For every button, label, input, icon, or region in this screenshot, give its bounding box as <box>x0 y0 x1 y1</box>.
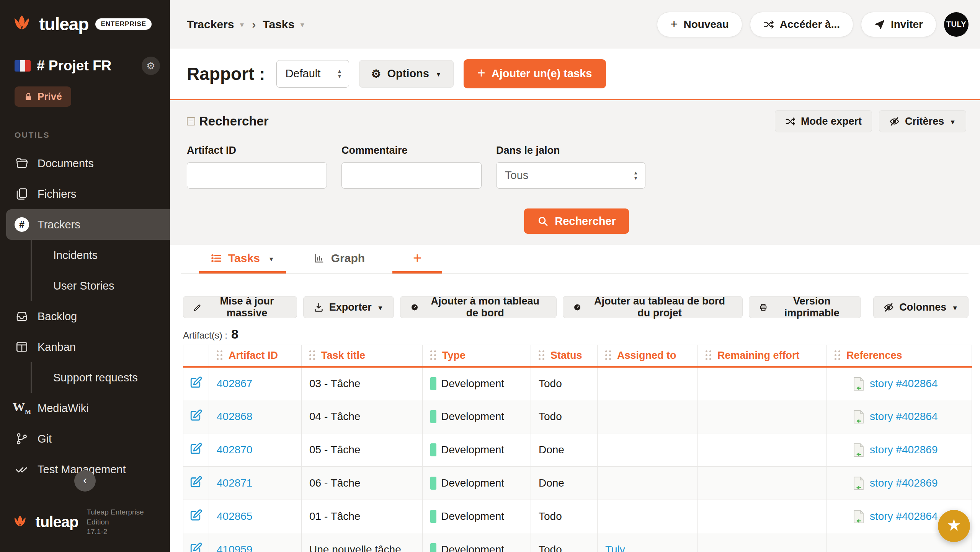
go-to-button[interactable]: Accéder à... <box>750 12 853 37</box>
export-button[interactable]: Exporter ▼ <box>303 296 394 318</box>
edit-artifact-icon[interactable] <box>189 409 203 422</box>
project-name[interactable]: # Projet FR <box>37 58 136 74</box>
column-header-remaining-effort[interactable]: Remaining effort <box>698 345 827 367</box>
artifact-id-link[interactable]: 402865 <box>217 510 252 522</box>
drag-handle-icon[interactable] <box>430 350 437 361</box>
add-task-button[interactable]: + Ajouter un(e) tasks <box>464 59 606 88</box>
gear-icon: ⚙ <box>146 60 155 72</box>
tab-tasks[interactable]: Tasks ▼ <box>199 245 286 274</box>
enterprise-badge: ENTERPRISE <box>95 18 152 30</box>
report-header: Rapport : Default ▲▼ ⚙ Options ▼ + Ajout… <box>170 49 980 100</box>
drag-handle-icon[interactable] <box>539 350 545 361</box>
column-header-task-title[interactable]: Task title <box>302 345 423 367</box>
feedback-star-button[interactable]: ★ <box>938 510 970 542</box>
sidebar: tuleap ENTERPRISE # Projet FR ⚙ Privé OU… <box>0 0 170 552</box>
table-header-row: Artifact ID Task title Type Status Assig… <box>183 345 972 367</box>
drag-handle-icon[interactable] <box>217 350 223 361</box>
report-options-button[interactable]: ⚙ Options ▼ <box>359 60 453 88</box>
reference: story #402869 <box>835 443 972 457</box>
milestone-select[interactable]: Tous ▲▼ <box>496 162 645 189</box>
topbar-actions: + Nouveau Accéder à... Inviter TULY <box>657 12 969 37</box>
reference: story #402864 <box>835 377 972 391</box>
story-reference-link[interactable]: story #402864 <box>870 510 938 523</box>
type-label: Development <box>441 444 504 456</box>
project-settings-button[interactable]: ⚙ <box>142 57 160 75</box>
add-to-project-dashboard-button[interactable]: Ajouter au tableau de bord du projet <box>563 296 743 318</box>
column-header-references[interactable]: References <box>827 345 972 367</box>
sidebar-item-label: Trackers <box>38 218 80 231</box>
gear-icon: ⚙ <box>371 67 381 80</box>
story-reference-link[interactable]: story #402864 <box>870 410 938 423</box>
collapse-search-icon[interactable]: − <box>187 117 195 125</box>
new-button[interactable]: + Nouveau <box>657 12 742 37</box>
type-color-swatch <box>430 443 436 456</box>
type-color-swatch <box>430 510 436 523</box>
assigned-to-link[interactable]: Tuly <box>605 544 625 552</box>
edit-artifact-icon[interactable] <box>189 376 203 389</box>
status-cell: Done <box>531 467 598 500</box>
add-to-my-dashboard-button[interactable]: Ajouter à mon tableau de bord <box>400 296 557 318</box>
story-reference-link[interactable]: story #402869 <box>870 444 938 456</box>
sidebar-item-user-stories[interactable]: User Stories <box>32 270 170 301</box>
breadcrumb-tasks[interactable]: Tasks▼ <box>263 18 305 31</box>
mass-update-button[interactable]: Mise à jour massive <box>183 296 297 318</box>
breadcrumb-trackers[interactable]: Trackers▼ <box>187 18 245 31</box>
sidebar-item-kanban[interactable]: Kanban <box>0 332 170 362</box>
sidebar-item-mediawiki[interactable]: WM MediaWiki <box>0 393 170 423</box>
add-tab-button[interactable]: + <box>392 245 442 274</box>
tab-graph[interactable]: Graph <box>302 245 376 274</box>
column-header-assigned-to[interactable]: Assigned to <box>598 345 698 367</box>
expert-mode-button[interactable]: Mode expert <box>775 110 872 132</box>
sidebar-footer: tuleap Tuleap Enterprise Edition 17.1-2 <box>0 507 170 552</box>
column-header-status[interactable]: Status <box>531 345 598 367</box>
remaining-effort-cell <box>698 500 827 533</box>
artifact-id-link[interactable]: 402867 <box>217 378 252 389</box>
drag-handle-icon[interactable] <box>309 350 316 361</box>
sidebar-item-fichiers[interactable]: Fichiers <box>0 179 170 209</box>
reference: story #402864 <box>835 410 972 424</box>
edit-artifact-icon[interactable] <box>189 542 203 552</box>
drag-handle-icon[interactable] <box>605 350 612 361</box>
footer-version: Tuleap Enterprise Edition 17.1-2 <box>87 507 162 537</box>
tuleap-logo[interactable]: tuleap ENTERPRISE <box>0 0 170 35</box>
sidebar-item-documents[interactable]: Documents <box>0 148 170 179</box>
comment-label: Commentaire <box>341 145 482 156</box>
sidebar-item-label: Documents <box>38 157 94 170</box>
printer-icon <box>759 302 768 313</box>
sidebar-item-incidents[interactable]: Incidents <box>32 240 170 270</box>
story-reference-link[interactable]: story #402869 <box>870 477 938 489</box>
edit-artifact-icon[interactable] <box>189 475 203 489</box>
sidebar-item-label: Backlog <box>38 310 77 323</box>
sidebar-collapse-button[interactable]: ‹ <box>74 470 96 492</box>
tuleap-tulip-icon <box>11 513 29 531</box>
task-title-cell: Une nouvelle tâche <box>302 533 423 552</box>
drag-handle-icon[interactable] <box>706 350 712 361</box>
story-reference-link[interactable]: story #402864 <box>870 378 938 390</box>
user-avatar[interactable]: TULY <box>944 12 969 37</box>
criteria-button[interactable]: Critères ▼ <box>879 110 966 132</box>
sidebar-item-backlog[interactable]: Backlog <box>0 301 170 332</box>
artifact-id-link[interactable]: 402871 <box>217 477 252 489</box>
report-select[interactable]: Default ▲▼ <box>276 60 349 88</box>
artifact-id-link[interactable]: 410959 <box>217 544 252 552</box>
breadcrumb: Trackers▼ › Tasks▼ <box>187 18 305 31</box>
sidebar-item-trackers[interactable]: # Trackers <box>6 209 170 240</box>
search-submit-button[interactable]: Rechercher <box>524 208 629 234</box>
artifact-id-link[interactable]: 402870 <box>217 444 252 456</box>
kanban-subnav: Support requests <box>31 362 170 393</box>
invite-button[interactable]: Inviter <box>861 12 936 37</box>
drag-handle-icon[interactable] <box>835 350 841 361</box>
columns-button[interactable]: Colonnes ▼ <box>873 296 969 318</box>
artifact-id-link[interactable]: 402868 <box>217 410 252 422</box>
column-header-type[interactable]: Type <box>423 345 531 367</box>
tools-section-label: OUTILS <box>15 130 170 140</box>
artifact-id-input[interactable] <box>187 162 327 189</box>
sidebar-item-git[interactable]: Git <box>0 423 170 454</box>
chevron-down-icon: ▼ <box>238 20 245 29</box>
sidebar-item-support-requests[interactable]: Support requests <box>32 362 170 393</box>
edit-artifact-icon[interactable] <box>189 442 203 456</box>
column-header-artifact-id[interactable]: Artifact ID <box>209 345 302 367</box>
comment-input[interactable] <box>341 162 482 189</box>
edit-artifact-icon[interactable] <box>189 508 203 522</box>
printable-version-button[interactable]: Version imprimable <box>749 296 861 318</box>
